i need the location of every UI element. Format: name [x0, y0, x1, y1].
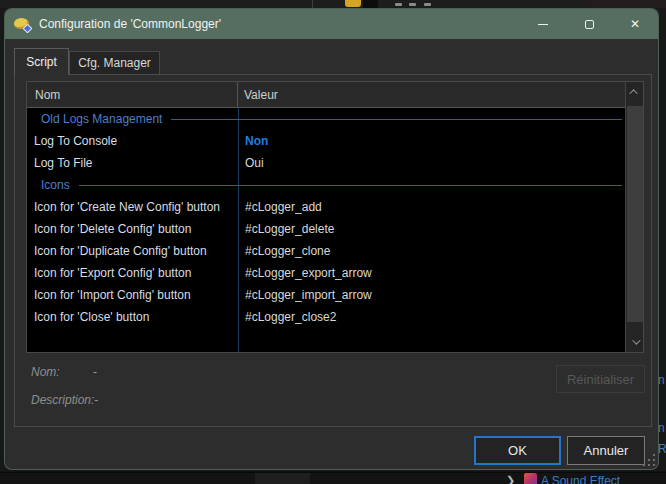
background-text-fragment: R — [658, 443, 666, 455]
background-text-fragment — [409, 3, 416, 6]
property-value: #cLogger_clone — [238, 240, 625, 262]
selected-description-line: Description: - — [31, 393, 98, 407]
selected-name-line: Nom: - — [31, 365, 97, 379]
property-name: Icon for 'Close' button — [27, 306, 238, 328]
scrollbar[interactable] — [625, 82, 643, 352]
property-value: Oui — [238, 152, 625, 174]
grid-body: Old Logs Management Log To Console Non L… — [27, 108, 625, 352]
property-value: #cLogger_close2 — [238, 306, 625, 328]
table-row[interactable]: Log To Console Non — [27, 130, 625, 152]
tab-cfg-manager[interactable]: Cfg. Manager — [69, 51, 160, 75]
background-text-fragment: n — [658, 374, 665, 386]
background-bottom-strip: ❯ A Sound Effect — [0, 471, 666, 484]
property-value: #cLogger_add — [238, 196, 625, 218]
description-label: Description: — [31, 393, 94, 407]
table-row[interactable]: Icon for 'Close' button #cLogger_close2 — [27, 306, 625, 328]
table-row[interactable]: Icon for 'Delete Config' button #cLogger… — [27, 218, 625, 240]
window-title: Configuration de 'CommonLogger' — [39, 17, 520, 31]
scrollbar-thumb[interactable] — [627, 106, 643, 322]
cancel-button[interactable]: Annuler — [567, 436, 645, 465]
background-window-fragment — [363, 0, 378, 8]
background-top-strip — [0, 0, 666, 8]
table-row[interactable]: Icon for 'Duplicate Config' button #cLog… — [27, 240, 625, 262]
description-value: - — [94, 393, 98, 407]
tab-script[interactable]: Script — [14, 48, 69, 75]
property-name: Log To File — [27, 152, 238, 174]
property-value: #cLogger_import_arrow — [238, 284, 625, 306]
property-name: Old Logs Management — [27, 108, 162, 130]
background-window-fragment — [255, 473, 310, 484]
property-name: Icon for 'Import Config' button — [27, 284, 238, 306]
flame-icon — [524, 473, 537, 484]
table-row[interactable]: Old Logs Management — [27, 108, 625, 130]
background-text-fragment — [395, 3, 402, 6]
property-grid: Nom Valeur Old Logs Management — [26, 81, 644, 353]
table-row[interactable]: Icon for 'Create New Config' button #cLo… — [27, 196, 625, 218]
background-panel-fragment — [586, 0, 666, 8]
name-label: Nom: — [31, 365, 93, 379]
titlebar[interactable]: Configuration de 'CommonLogger' ✕ — [5, 9, 658, 39]
column-header-valeur: Valeur — [238, 82, 625, 107]
screen: n n R ❯ A Sound Effect Configuration de … — [0, 0, 666, 484]
property-value: #cLogger_delete — [238, 218, 625, 240]
minimize-icon — [538, 24, 548, 25]
table-row[interactable]: Log To File Oui — [27, 152, 625, 174]
background-divider — [312, 0, 313, 8]
scroll-down-button[interactable] — [626, 332, 643, 352]
chevron-right-icon: ❯ — [506, 474, 515, 484]
configuration-dialog: Configuration de 'CommonLogger' ✕ Script… — [4, 8, 659, 470]
background-text-fragment: n — [658, 422, 665, 434]
ok-button[interactable]: OK — [474, 436, 561, 465]
grid-header: Nom Valeur — [27, 82, 625, 108]
background-divider — [0, 472, 666, 473]
minimize-button[interactable] — [520, 9, 566, 39]
tab-page-script: Nom Valeur Old Logs Management — [14, 74, 652, 427]
property-name: Icon for 'Delete Config' button — [27, 218, 238, 240]
property-value: Non — [238, 130, 625, 152]
background-folder-icon — [345, 0, 361, 7]
property-name: Icons — [27, 174, 70, 196]
property-name: Icon for 'Create New Config' button — [27, 196, 238, 218]
chevron-up-icon — [629, 89, 637, 97]
table-row[interactable]: Icons — [27, 174, 625, 196]
close-icon: ✕ — [630, 18, 640, 30]
table-row[interactable]: Icon for 'Export Config' button #cLogger… — [27, 262, 625, 284]
property-name: Log To Console — [27, 130, 238, 152]
property-value: #cLogger_export_arrow — [238, 262, 625, 284]
name-value: - — [93, 365, 97, 379]
table-row[interactable]: Icon for 'Import Config' button #cLogger… — [27, 284, 625, 306]
reset-button[interactable]: Réinitialiser — [556, 365, 645, 393]
maximize-button[interactable] — [566, 9, 612, 39]
background-text-fragment — [424, 3, 431, 6]
chevron-down-icon — [632, 336, 640, 344]
maximize-icon — [585, 20, 594, 29]
background-text-fragment: A Sound Effect — [541, 474, 620, 484]
property-name: Icon for 'Export Config' button — [27, 262, 238, 284]
column-header-nom: Nom — [27, 82, 238, 107]
close-button[interactable]: ✕ — [612, 9, 658, 39]
app-icon — [14, 17, 31, 32]
scroll-up-button[interactable] — [626, 82, 643, 102]
resize-grip[interactable] — [643, 454, 655, 466]
property-name: Icon for 'Duplicate Config' button — [27, 240, 238, 262]
